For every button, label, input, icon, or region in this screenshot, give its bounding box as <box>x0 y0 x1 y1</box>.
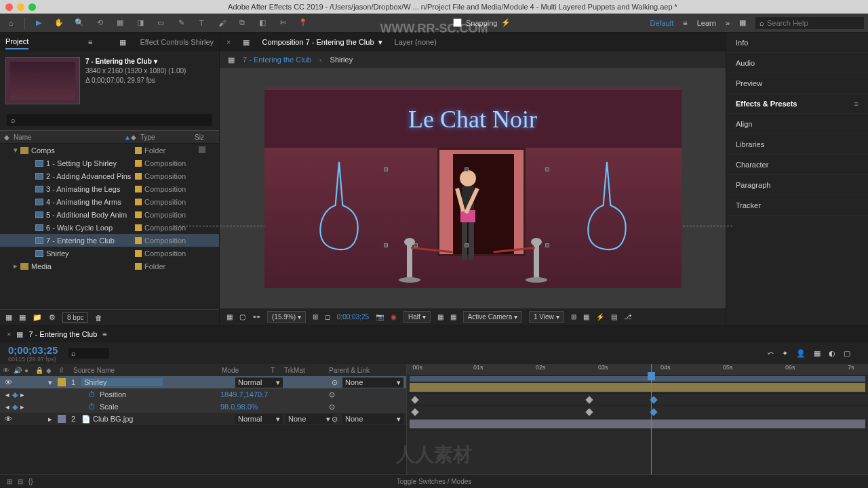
workspace-menu-icon[interactable]: ≡ <box>683 19 687 27</box>
shy-icon[interactable]: 👤 <box>796 349 806 358</box>
toggle-switches-button[interactable]: Toggle Switches / Modes <box>397 478 472 485</box>
alpha-icon[interactable]: ▢ <box>239 313 245 321</box>
maximize-window-icon[interactable] <box>28 3 36 11</box>
prev-keyframe-icon[interactable]: ◂ <box>3 403 12 411</box>
selection-handle[interactable] <box>384 167 388 171</box>
stopwatch-icon[interactable]: ⏱ <box>88 403 96 411</box>
keyframe-icon[interactable] <box>585 396 593 403</box>
project-search[interactable]: ⌕ <box>7 114 212 126</box>
next-keyframe-icon[interactable]: ▸ <box>18 390 27 399</box>
learn-link[interactable]: Learn <box>697 19 716 27</box>
eye-col-icon[interactable]: 👁 <box>3 367 14 374</box>
tree-toggle-icon[interactable]: ▾ <box>14 146 20 155</box>
label-swatch[interactable] <box>135 263 142 270</box>
motion-blur-icon[interactable]: ◐ <box>829 349 835 358</box>
roto-tool-icon[interactable]: ✄ <box>276 16 290 30</box>
project-settings-icon[interactable]: ⚙ <box>49 313 56 322</box>
3d-icon[interactable]: 👓 <box>252 313 260 321</box>
bpc-button[interactable]: 8 bpc <box>62 312 88 323</box>
selection-handle[interactable] <box>414 243 418 247</box>
panel-audio[interactable]: Audio <box>726 53 868 73</box>
label-swatch[interactable] <box>135 237 142 244</box>
time-ruler[interactable]: :00s01s02s03s04s05s06s7s <box>407 364 868 376</box>
workspace-selector[interactable]: Default <box>650 19 673 27</box>
lock-col-icon[interactable]: 🔒 <box>35 367 46 374</box>
label-swatch[interactable] <box>135 224 142 231</box>
panel-libraries[interactable]: Libraries <box>726 134 868 155</box>
panel-menu-icon[interactable]: ≡ <box>854 100 859 108</box>
project-comp-item[interactable]: 1 - Setting Up Shirley Composition <box>0 157 219 169</box>
visibility-toggle-icon[interactable]: 👁 <box>3 378 14 386</box>
audio-col-icon[interactable]: 🔊 <box>14 367 24 374</box>
breadcrumb-item[interactable]: Shirley <box>330 56 353 64</box>
toggle-icon[interactable]: {} <box>28 478 33 485</box>
panel-menu-icon[interactable]: ≡ <box>88 38 92 46</box>
property-row[interactable]: ◂ ◆ ▸ ⏱ Scale 98.0,98.0% ⊙ <box>0 401 406 413</box>
camera-dropdown[interactable]: Active Camera ▾ <box>463 311 522 323</box>
eraser-tool-icon[interactable]: ◧ <box>256 16 269 30</box>
shape-tool-icon[interactable]: ▭ <box>154 16 167 30</box>
property-row[interactable]: ◂ ◆ ▸ ⏱ Position 1849.7,1470.7 ⊙ <box>0 388 406 401</box>
close-tab-icon[interactable]: × <box>226 38 231 46</box>
search-help[interactable]: ⌕ Search Help <box>755 17 864 29</box>
col-parent[interactable]: Parent & Link <box>329 367 403 374</box>
layer-duration-bar[interactable] <box>410 383 865 392</box>
res-icon[interactable]: ⊞ <box>313 313 318 321</box>
col-t[interactable]: T <box>271 367 284 374</box>
camera-tool-icon[interactable]: ▦ <box>113 16 127 30</box>
blend-mode-dropdown[interactable]: Normal▾ <box>235 414 283 424</box>
comp-mini-flowchart-icon[interactable]: ⤺ <box>768 349 774 358</box>
view-dropdown[interactable]: 1 View ▾ <box>529 311 564 323</box>
parent-pickwhip-icon[interactable]: ⊙ <box>332 415 342 424</box>
property-value[interactable]: 98.0,98.0% <box>220 403 329 411</box>
timeline-right[interactable]: :00s01s02s03s04s05s06s7s <box>407 364 868 474</box>
dropdown-icon[interactable]: ▾ <box>378 38 382 47</box>
stopwatch-icon[interactable]: ⏱ <box>88 390 96 399</box>
col-trkmat[interactable]: TrkMat <box>284 367 329 374</box>
project-comp-item[interactable]: Shirley Composition <box>0 247 219 260</box>
selection-handle[interactable] <box>545 243 549 247</box>
snapshot-icon[interactable]: 📷 <box>376 313 384 321</box>
label-swatch[interactable] <box>135 147 142 154</box>
property-track[interactable] <box>407 406 868 418</box>
keyframe-icon[interactable] <box>411 408 418 415</box>
parent-dropdown[interactable]: None▾ <box>342 378 403 388</box>
roi-icon[interactable]: ◻ <box>325 313 330 321</box>
viewer-timecode[interactable]: 0;00;03;25 <box>337 313 369 321</box>
new-folder-icon[interactable]: 📁 <box>33 313 42 322</box>
panel-info[interactable]: Info <box>726 33 868 53</box>
label-swatch[interactable] <box>135 211 142 218</box>
snapping-checkbox[interactable] <box>453 18 462 27</box>
layer-track[interactable] <box>407 382 868 394</box>
new-comp-icon[interactable]: ▦ <box>19 313 26 322</box>
expand-layer-icon[interactable]: ▸ <box>45 415 56 424</box>
frame-blend-icon[interactable]: ▦ <box>814 349 821 358</box>
grid-icon[interactable]: ⊞ <box>571 313 576 321</box>
selection-handle[interactable] <box>465 167 469 171</box>
project-comp-item[interactable]: 4 - Animating the Arms Composition <box>0 195 219 208</box>
tab-menu-icon[interactable]: ≡ <box>102 330 106 338</box>
label-swatch[interactable] <box>135 199 142 205</box>
playhead-head-icon[interactable] <box>648 372 655 380</box>
composition-viewer[interactable]: Le Chat Noir <box>220 68 726 308</box>
type-tool-icon[interactable]: T <box>195 16 208 30</box>
sync-icon[interactable]: ▦ <box>739 18 746 27</box>
close-tab-icon[interactable]: × <box>7 330 11 338</box>
panel-align[interactable]: Align <box>726 114 868 134</box>
transparency-icon[interactable]: ▦ <box>437 313 443 321</box>
puppet-tool-icon[interactable]: 📍 <box>296 16 310 30</box>
layer-label-swatch[interactable] <box>58 415 66 423</box>
selection-tool-icon[interactable]: ▶ <box>32 16 45 30</box>
overflow-icon[interactable]: » <box>726 19 730 27</box>
parent-dropdown[interactable]: None▾ <box>342 414 403 424</box>
tab-composition[interactable]: Composition 7 - Entering the Club ▾ <box>262 38 382 47</box>
pan-behind-tool-icon[interactable]: ◨ <box>134 16 147 30</box>
panel-tracker[interactable]: Tracker <box>726 195 868 216</box>
character-shirley[interactable] <box>450 168 487 266</box>
col-source-name[interactable]: Source Name <box>71 367 222 374</box>
mask-icon[interactable]: ▦ <box>226 313 233 321</box>
col-mode[interactable]: Mode <box>222 367 271 374</box>
property-value[interactable]: 1849.7,1470.7 <box>220 390 329 399</box>
expression-pickwhip-icon[interactable]: ⊙ <box>329 390 403 399</box>
fast-preview-icon[interactable]: ⚡ <box>596 313 604 321</box>
